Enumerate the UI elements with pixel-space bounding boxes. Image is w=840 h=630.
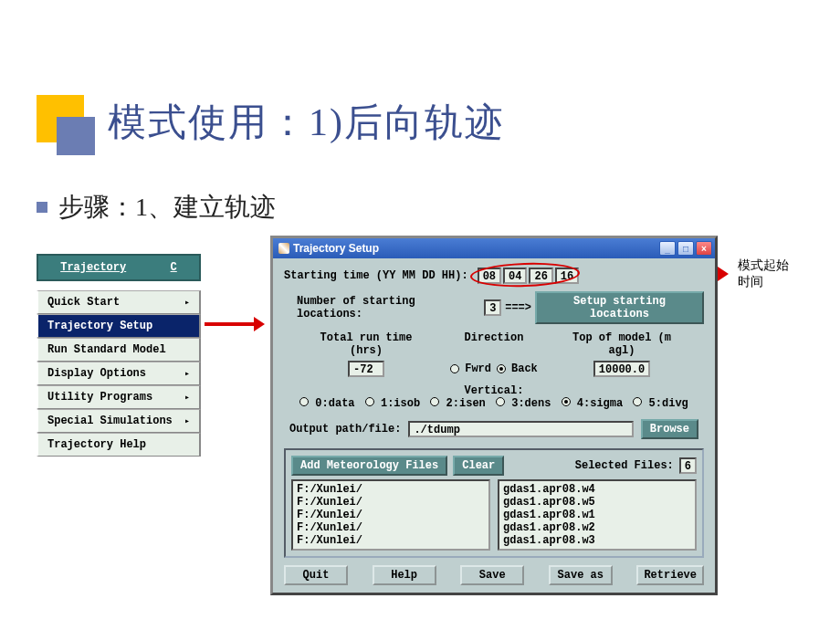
top-model-field[interactable]: 10000.0: [593, 361, 650, 377]
maximize-button[interactable]: □: [677, 241, 694, 256]
radio-vertical-2[interactable]: [430, 397, 439, 406]
radio-vertical-3[interactable]: [496, 397, 505, 406]
submenu-arrow-icon: ▸: [184, 297, 190, 308]
list-item[interactable]: gdas1.apr08.w5: [503, 496, 691, 509]
dialog-button-row: Quit Help Save Save as Retrieve: [284, 565, 704, 585]
menu-header-trajectory: Trajectory: [60, 261, 126, 274]
list-item[interactable]: gdas1.apr08.w4: [503, 483, 691, 496]
meteorology-panel: Add Meteorology Files Clear Selected Fil…: [284, 448, 704, 558]
start-hh[interactable]: 16: [555, 268, 579, 284]
list-item[interactable]: F:/Xunlei/: [297, 521, 485, 534]
bullet-square-icon: [37, 202, 47, 213]
list-item[interactable]: F:/Xunlei/: [297, 534, 485, 547]
menu-header-right: C: [171, 261, 177, 274]
close-button[interactable]: ×: [696, 241, 712, 256]
selected-files-label: Selected Files:: [575, 459, 674, 472]
minimize-button[interactable]: _: [659, 241, 676, 256]
slide-title: 模式使用：1)后向轨迹: [108, 97, 505, 148]
radio-vertical-0[interactable]: [299, 397, 309, 406]
list-item[interactable]: F:/Xunlei/: [297, 483, 485, 496]
col-top-model: Top of model (m agl): [558, 331, 686, 357]
vertical-option-1[interactable]: 1:isob: [365, 397, 427, 410]
starting-time-fields: 08 04 26 16: [478, 268, 580, 284]
radio-fwrd[interactable]: [450, 364, 459, 373]
menu-item-label: Special Simulations: [47, 415, 173, 427]
menu-item-label: Trajectory Help: [47, 438, 146, 451]
vertical-option-0[interactable]: 0:data: [299, 397, 362, 410]
start-mm[interactable]: 04: [503, 268, 527, 284]
help-button[interactable]: Help: [373, 565, 436, 585]
dialog-title: Trajectory Setup: [293, 242, 379, 255]
menu-item-label: Display Options: [47, 367, 146, 380]
radio-vertical-4[interactable]: [562, 397, 571, 406]
titlebar[interactable]: Trajectory Setup _ □ ×: [273, 238, 715, 258]
num-locations-field[interactable]: 3: [484, 299, 501, 316]
clear-button[interactable]: Clear: [453, 456, 504, 476]
add-meteorology-button[interactable]: Add Meteorology Files: [291, 456, 447, 476]
window-buttons: _ □ ×: [659, 241, 712, 256]
files-listbox[interactable]: gdas1.apr08.w4gdas1.apr08.w5gdas1.apr08.…: [498, 479, 697, 551]
menu-item-utility-programs[interactable]: Utility Programs▸: [37, 385, 201, 409]
vertical-option-4[interactable]: 4:sigma: [562, 397, 630, 410]
radio-vertical-1[interactable]: [365, 397, 374, 406]
start-dd[interactable]: 26: [529, 268, 552, 284]
browse-button[interactable]: Browse: [641, 419, 698, 439]
menu-header[interactable]: Trajectory C: [37, 254, 201, 281]
menu-item-trajectory-setup[interactable]: Trajectory Setup: [37, 314, 201, 338]
vertical-option-3[interactable]: 3:dens: [496, 397, 558, 410]
bullet-step: 步骤：1、建立轨迹: [37, 190, 276, 225]
paths-listbox[interactable]: F:/Xunlei/F:/Xunlei/F:/Xunlei/F:/Xunlei/…: [291, 479, 490, 551]
menu-item-label: Run Standard Model: [47, 343, 166, 356]
vertical-label: Vertical:: [465, 384, 524, 397]
bullet-text: 步骤：1、建立轨迹: [58, 190, 276, 225]
submenu-arrow-icon: ▸: [184, 368, 190, 379]
annotation-start-time: 模式起始 时间: [738, 257, 789, 290]
menu-item-display-options[interactable]: Display Options▸: [37, 362, 201, 385]
radio-back[interactable]: [497, 364, 506, 373]
setup-locations-button[interactable]: Setup starting locations: [535, 291, 704, 324]
app-icon: [278, 243, 289, 254]
output-label: Output path/file:: [289, 423, 401, 436]
quit-button[interactable]: Quit: [284, 565, 348, 585]
menu-item-label: Utility Programs: [47, 391, 152, 404]
total-run-field[interactable]: -72: [348, 361, 384, 377]
list-item[interactable]: F:/Xunlei/: [297, 496, 485, 509]
list-item[interactable]: gdas1.apr08.w2: [503, 521, 691, 534]
trajectory-menu: Trajectory C Quick Start▸Trajectory Setu…: [37, 254, 201, 457]
starting-time-label: Starting time (YY MM DD HH):: [284, 269, 468, 282]
arrow-chars: ===>: [505, 301, 531, 314]
menu-item-label: Trajectory Setup: [47, 320, 152, 332]
arrow-to-dialog: [205, 322, 261, 326]
start-yy[interactable]: 08: [478, 268, 501, 284]
trajectory-setup-dialog: Trajectory Setup _ □ × Starting time (YY…: [270, 236, 718, 595]
col-direction: Direction: [430, 331, 558, 357]
submenu-arrow-icon: ▸: [184, 392, 190, 403]
vertical-options-row: Vertical: 0:data 1:isob 2:isen 3:dens 4:…: [284, 384, 704, 410]
save-button[interactable]: Save: [460, 565, 524, 585]
output-field[interactable]: ./tdump: [408, 421, 633, 437]
saveas-button[interactable]: Save as: [549, 565, 613, 585]
menu-item-run-standard-model[interactable]: Run Standard Model: [37, 338, 201, 362]
vertical-option-2[interactable]: 2:isen: [430, 397, 492, 410]
list-item[interactable]: gdas1.apr08.w1: [503, 509, 691, 521]
annotation-line1: 模式起始: [738, 257, 789, 274]
list-item[interactable]: F:/Xunlei/: [297, 509, 485, 521]
accent-square-blue: [57, 117, 95, 155]
annotation-line2: 时间: [738, 274, 789, 290]
label-fwrd: Fwrd: [465, 362, 491, 375]
label-back: Back: [511, 362, 538, 375]
menu-item-trajectory-help[interactable]: Trajectory Help: [37, 433, 201, 457]
radio-vertical-5[interactable]: [633, 397, 642, 406]
selected-files-count[interactable]: 6: [679, 457, 697, 474]
menu-item-special-simulations[interactable]: Special Simulations▸: [37, 409, 201, 433]
retrieve-button[interactable]: Retrieve: [636, 565, 704, 585]
vertical-option-5[interactable]: 5:divg: [633, 397, 688, 410]
num-locations-label: Number of starting locations:: [297, 295, 478, 320]
menu-item-quick-start[interactable]: Quick Start▸: [37, 290, 201, 314]
menu-item-label: Quick Start: [47, 296, 120, 309]
list-item[interactable]: gdas1.apr08.w3: [503, 534, 691, 547]
col-total-run: Total run time (hrs): [302, 331, 430, 357]
submenu-arrow-icon: ▸: [184, 415, 190, 426]
